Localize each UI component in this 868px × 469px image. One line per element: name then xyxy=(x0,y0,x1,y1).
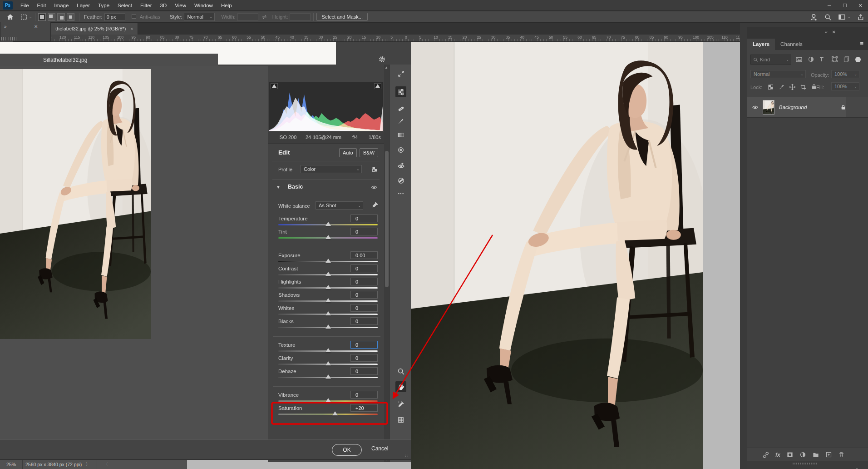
minimize-button[interactable]: ─ xyxy=(822,0,837,11)
zoom-level-field[interactable]: 25% xyxy=(0,462,20,467)
collapse-panel-icon[interactable]: « xyxy=(825,30,828,35)
lock-position-icon[interactable] xyxy=(789,84,796,90)
slider-value-input[interactable]: 0 xyxy=(350,391,378,399)
fullscreen-icon[interactable] xyxy=(395,68,406,79)
swap-dimensions-icon[interactable] xyxy=(261,14,268,20)
selection-add-icon[interactable] xyxy=(48,13,55,21)
healing-tool-icon[interactable] xyxy=(395,103,406,114)
slider-thumb[interactable] xyxy=(326,374,331,379)
slider-value-input[interactable]: 0 xyxy=(350,304,378,312)
menu-type[interactable]: Type xyxy=(94,0,113,10)
menu-window[interactable]: Window xyxy=(190,0,217,10)
profile-browser-icon[interactable] xyxy=(371,166,378,173)
lock-transparency-icon[interactable] xyxy=(767,84,774,90)
slider-value-input[interactable]: 0 xyxy=(350,317,378,325)
close-panel-icon[interactable]: ✕ xyxy=(832,30,836,35)
auto-button[interactable]: Auto xyxy=(339,148,357,157)
new-group-icon[interactable] xyxy=(812,451,819,458)
slider-thumb[interactable] xyxy=(326,259,331,263)
highlight-clipping-icon[interactable] xyxy=(374,83,381,89)
layer-lock-icon[interactable] xyxy=(840,105,846,110)
spot-removal-icon[interactable] xyxy=(395,175,406,186)
filter-type-icon[interactable]: T xyxy=(820,56,824,63)
delete-layer-icon[interactable] xyxy=(838,451,845,458)
ok-button[interactable]: OK xyxy=(332,444,362,456)
selection-subtract-icon[interactable] xyxy=(57,13,65,21)
camera-raw-preview-pane[interactable] xyxy=(0,66,268,439)
masking-brush-icon[interactable] xyxy=(395,116,406,127)
cancel-button[interactable]: Cancel xyxy=(371,445,388,452)
scrollbar-thumb[interactable] xyxy=(385,151,389,287)
slider-value-input[interactable]: +20 xyxy=(350,404,378,412)
layer-effects-icon[interactable]: fx xyxy=(775,452,780,458)
menu-file[interactable]: File xyxy=(16,0,33,10)
selection-intersect-icon[interactable] xyxy=(67,13,74,21)
slider-value-input[interactable]: 0 xyxy=(350,291,378,299)
slider-thumb[interactable] xyxy=(326,348,331,352)
tab-close-icon[interactable]: × xyxy=(130,26,133,31)
menu-help[interactable]: Help xyxy=(217,0,236,10)
opacity-select[interactable]: 100%⌄ xyxy=(831,70,859,78)
marquee-tool-icon[interactable]: ⌄ xyxy=(20,13,32,21)
camera-raw-preview-image[interactable] xyxy=(0,69,151,339)
menu-filter[interactable]: Filter xyxy=(136,0,156,10)
white-balance-picker-icon[interactable] xyxy=(395,399,406,409)
slider-value-input[interactable]: 0 xyxy=(350,278,378,285)
graduated-filter-icon[interactable] xyxy=(395,130,406,140)
more-tools-icon[interactable] xyxy=(395,188,406,199)
feather-input[interactable] xyxy=(104,13,125,21)
menu-edit[interactable]: Edit xyxy=(33,0,50,10)
edit-tool-icon[interactable] xyxy=(395,86,406,97)
slider-value-input[interactable]: 0 xyxy=(350,354,378,362)
slider-thumb[interactable] xyxy=(326,361,331,365)
eye-icon[interactable] xyxy=(370,184,378,190)
slider-thumb[interactable] xyxy=(326,298,331,302)
filter-toggle-icon[interactable] xyxy=(855,57,861,62)
slider-thumb[interactable] xyxy=(326,222,331,226)
document-tab[interactable]: thelabel32.jpg @ 25% (RGB/8*) × xyxy=(51,23,138,35)
slider-value-input[interactable]: 0 xyxy=(350,228,378,235)
profile-select[interactable]: Color⌄ xyxy=(301,165,362,173)
add-mask-icon[interactable] xyxy=(786,451,794,458)
lock-pixels-icon[interactable] xyxy=(778,84,785,90)
grid-overlay-icon[interactable] xyxy=(395,414,406,425)
tab-channels[interactable]: Channels xyxy=(775,39,808,50)
bw-button[interactable]: B&W xyxy=(360,148,378,157)
slider-value-input[interactable]: 0.00 xyxy=(350,251,378,259)
adjustment-layer-icon[interactable] xyxy=(799,451,806,458)
new-layer-icon[interactable] xyxy=(825,451,832,458)
collapse-arrows-icon[interactable]: » xyxy=(4,24,6,29)
slider-thumb[interactable] xyxy=(326,324,331,329)
red-eye-icon[interactable] xyxy=(395,160,406,171)
slider-value-input[interactable]: 0 xyxy=(350,341,378,349)
menu-view[interactable]: View xyxy=(171,0,190,10)
menu-layer[interactable]: Layer xyxy=(73,0,94,10)
layer-name[interactable]: Background xyxy=(779,105,807,110)
fill-select[interactable]: 100%⌄ xyxy=(831,82,859,90)
slider-thumb[interactable] xyxy=(326,311,331,315)
slider-value-input[interactable]: 0 xyxy=(350,215,378,222)
home-icon[interactable] xyxy=(6,13,14,21)
lock-artboard-icon[interactable] xyxy=(800,84,807,90)
selection-new-icon[interactable] xyxy=(38,13,46,21)
workspace-icon[interactable]: ⌄ xyxy=(838,13,851,21)
height-input[interactable] xyxy=(290,13,311,21)
select-and-mask-button[interactable]: Select and Mask... xyxy=(316,13,368,21)
layer-row-background[interactable]: Background xyxy=(747,97,846,117)
close-button[interactable]: ✕ xyxy=(853,0,868,11)
tab-layers[interactable]: Layers xyxy=(747,39,775,50)
layer-thumbnail[interactable] xyxy=(763,100,774,115)
white-balance-select[interactable]: As Shot⌄ xyxy=(316,201,363,210)
panel-close-icon[interactable]: ✕ xyxy=(34,24,38,29)
radial-filter-icon[interactable] xyxy=(395,145,406,155)
maximize-button[interactable]: ☐ xyxy=(837,0,853,11)
filter-image-icon[interactable] xyxy=(795,56,803,63)
layer-visibility-eye-icon[interactable] xyxy=(751,104,759,110)
search-icon[interactable] xyxy=(824,14,832,21)
document-canvas-image[interactable] xyxy=(411,42,703,469)
share-icon[interactable] xyxy=(857,14,864,21)
add-user-icon[interactable] xyxy=(810,13,818,21)
width-input[interactable] xyxy=(237,13,258,21)
resize-grip[interactable]: ∷ xyxy=(405,454,408,458)
basic-section-header[interactable]: ▼ Basic xyxy=(268,183,384,195)
